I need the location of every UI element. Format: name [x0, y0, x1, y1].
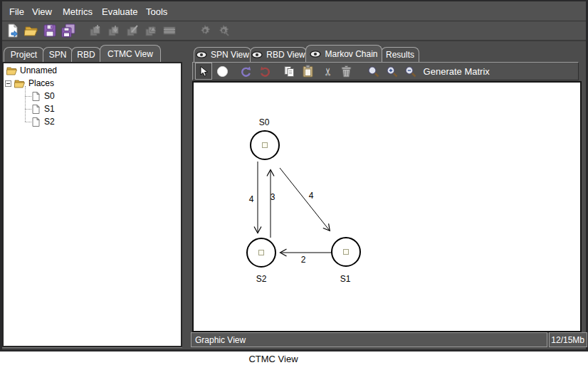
save-as-icon[interactable]: [61, 23, 76, 38]
status-memory-badge: 12/15Mb: [549, 332, 587, 347]
new-document-icon[interactable]: [5, 23, 21, 38]
save-icon[interactable]: [42, 23, 58, 38]
zoom-icon[interactable]: [367, 63, 379, 79]
tab-label: Markov Chain: [325, 49, 377, 59]
tree-item-label: S2: [44, 117, 55, 127]
tree-node-places[interactable]: Places: [5, 77, 54, 90]
status-view-label: Graphic View: [191, 332, 547, 347]
state-node-marker: [344, 250, 349, 255]
open-folder-icon[interactable]: [23, 23, 39, 38]
add-block-icon[interactable]: [88, 23, 103, 38]
main-toolbar: [2, 21, 586, 41]
right-tab-bar: SPN View RBD View Markov Chain Results: [194, 44, 418, 62]
eye-icon: [251, 51, 263, 58]
tree-connector-stub: [25, 96, 31, 97]
place-circle-icon[interactable]: [217, 63, 228, 79]
import-block-icon[interactable]: [106, 23, 122, 38]
file-icon: [32, 117, 40, 127]
copy-icon[interactable]: [283, 63, 295, 79]
tools-gear-icon[interactable]: [216, 23, 231, 38]
redo-icon[interactable]: [260, 63, 272, 79]
transition-rate-label: 4: [309, 191, 314, 201]
tree-node-s2[interactable]: S2: [32, 115, 55, 128]
tree-connector-line: [25, 86, 26, 122]
tree-expander-icon[interactable]: [5, 80, 11, 87]
transition-edge-S0-S1[interactable]: [280, 168, 330, 231]
undo-icon[interactable]: [239, 63, 251, 79]
tab-rbd-view[interactable]: RBD View: [250, 47, 307, 62]
markov-diagram[interactable]: 4342S0S2S1: [194, 83, 580, 331]
file-icon: [32, 105, 40, 114]
menu-file[interactable]: File: [5, 5, 28, 18]
file-icon: [32, 92, 40, 101]
paste-icon[interactable]: [303, 63, 313, 79]
menu-metrics[interactable]: Metrics: [58, 5, 97, 18]
tab-label: RBD: [77, 50, 95, 60]
zoom-out-icon[interactable]: [404, 63, 416, 79]
tab-label: SPN View: [211, 50, 249, 60]
tab-label: RBD View: [266, 50, 305, 60]
project-tree[interactable]: Unnamed Places S0 S1: [2, 62, 182, 347]
tab-label: Project: [11, 50, 37, 60]
transition-rate-label: 3: [271, 192, 275, 202]
tree-root-label: Unnamed: [20, 65, 57, 75]
tab-results[interactable]: Results: [381, 47, 419, 62]
tree-folder-label: Places: [28, 78, 54, 88]
tree-connector-stub: [25, 109, 31, 110]
graphic-canvas[interactable]: 4342S0S2S1: [192, 81, 582, 332]
cut-icon[interactable]: ✂: [323, 63, 332, 79]
transition-rate-label: 2: [301, 255, 306, 265]
tab-spn[interactable]: SPN: [43, 47, 73, 62]
tree-connector-stub: [25, 122, 31, 122]
tree-node-s1[interactable]: S1: [32, 102, 55, 115]
tab-label: CTMC View: [107, 49, 153, 59]
open-folder-icon: [6, 66, 18, 75]
build-block-icon[interactable]: [143, 23, 159, 38]
application-window: File View Metrics Evaluate Tools: [0, 0, 588, 352]
table-icon[interactable]: [162, 23, 177, 38]
tab-spn-view[interactable]: SPN View: [194, 47, 251, 62]
state-label: S1: [340, 274, 351, 284]
menu-bar: File View Metrics Evaluate Tools: [2, 1, 586, 21]
menu-evaluate[interactable]: Evaluate: [98, 5, 142, 18]
tree-item-label: S1: [44, 104, 55, 114]
figure-caption: CTMC View: [229, 354, 317, 364]
eye-icon: [310, 51, 321, 58]
tree-node-s0[interactable]: S0: [32, 90, 55, 102]
state-node-marker: [263, 143, 268, 148]
tab-label: SPN: [49, 50, 67, 60]
tab-rbd[interactable]: RBD: [71, 47, 101, 62]
generate-matrix-button[interactable]: Generate Matrix: [424, 66, 490, 77]
tree-node-root[interactable]: Unnamed: [6, 64, 57, 77]
eye-icon: [196, 51, 207, 58]
tree-item-label: S0: [44, 91, 55, 101]
zoom-in-icon[interactable]: [386, 63, 398, 79]
delete-icon[interactable]: [341, 63, 352, 79]
select-arrow-icon[interactable]: [195, 63, 212, 80]
drawing-toolbar: ✂: [192, 62, 579, 80]
open-folder-icon: [14, 79, 26, 88]
state-label: S2: [256, 274, 267, 284]
left-tab-bar: Project SPN RBD CTMC View: [4, 44, 159, 62]
tab-markov-chain[interactable]: Markov Chain: [305, 45, 382, 62]
settings-gear-icon[interactable]: [197, 23, 213, 38]
state-label: S0: [259, 117, 270, 127]
menu-tools[interactable]: Tools: [142, 5, 172, 18]
state-node-marker: [259, 250, 264, 255]
tab-project[interactable]: Project: [4, 47, 44, 62]
edit-block-icon[interactable]: [125, 23, 140, 38]
tab-ctmc-view[interactable]: CTMC View: [100, 45, 161, 62]
status-bar: Graphic View 12/15Mb: [191, 332, 587, 347]
transition-rate-label: 4: [249, 194, 254, 204]
menu-view[interactable]: View: [28, 5, 56, 18]
tab-label: Results: [386, 50, 414, 60]
